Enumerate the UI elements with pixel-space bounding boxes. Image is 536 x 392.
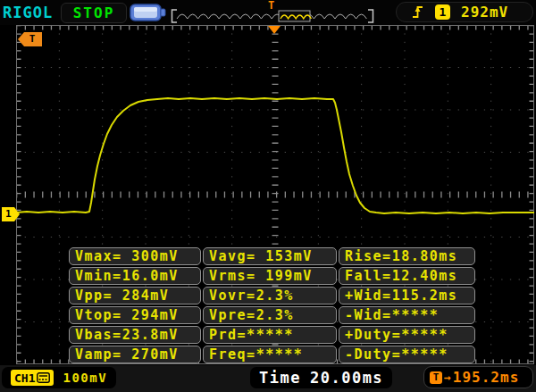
channel1-scale: 100mV [63,371,107,385]
measurement-row: Vtop= 294mV Vpre=2.3% -Wid=***** [69,306,475,324]
trigger-status: 1 292mV [396,2,533,22]
meas-prd: Prd=***** [203,326,337,344]
right-bracket-icon [368,10,373,22]
timebase-label: Time [259,369,301,387]
oscilloscope-screen: RIGOL STOP T 1 292mV [0,0,536,392]
trigger-source-badge: 1 [435,4,450,20]
channel1-label: CH1 [14,371,35,385]
meas-pwid: +Wid=115.2ms [339,287,475,304]
brand-logo: RIGOL [3,4,53,21]
horizontal-position-indicator: T [170,0,375,24]
meas-pduty: +Duty=***** [339,326,475,344]
meas-nwid: -Wid=***** [339,306,475,324]
meas-vovr: Vovr=2.3% [203,287,337,304]
top-status-bar: RIGOL STOP T 1 292mV [0,0,536,25]
run-state-badge: STOP [61,3,127,23]
timebase-value: 20.00ms [310,369,383,387]
bottom-status-bar: CH1 100mV Time 20.00ms T → 195.2ms [0,365,536,392]
trigger-level-value: 292mV [461,4,508,21]
meas-vamp: Vamp= 270mV [69,346,201,363]
measurement-row: Vamp= 270mV Freq=***** -Duty=***** [69,346,475,363]
meas-vpp: Vpp= 284mV [69,287,201,304]
meas-vbas: Vbas=23.8mV [69,326,201,344]
channel1-badge: CH1 [11,370,54,386]
rising-edge-icon [411,4,424,20]
meas-vrms: Vrms= 199mV [203,267,337,285]
meas-vmax: Vmax= 300mV [69,247,201,265]
memory-window-icon [170,0,375,24]
trigger-offset-value: 195.2ms [453,369,519,386]
trigger-position-marker [268,26,281,34]
ch1-trace [16,98,534,213]
meas-nduty: -Duty=***** [339,346,475,363]
battery-icon [129,3,166,22]
measurement-row: Vpp= 284mV Vovr=2.3% +Wid=115.2ms [69,287,475,304]
coupling-icon [37,372,50,383]
measurements-panel: Vmax= 300mV Vavg= 153mV Rise=18.80ms Vmi… [69,247,475,365]
meas-vmin: Vmin=16.0mV [69,267,201,285]
meas-rise: Rise=18.80ms [339,247,475,265]
measurement-row: Vbas=23.8mV Prd=***** +Duty=***** [69,326,475,344]
meas-vavg: Vavg= 153mV [203,247,337,265]
left-bracket-icon [172,10,178,22]
channel1-status: CH1 100mV [2,367,116,388]
measurement-row: Vmax= 300mV Vavg= 153mV Rise=18.80ms [69,247,475,265]
meas-freq: Freq=***** [203,346,337,363]
trigger-offset-status: T → 195.2ms [423,366,533,388]
timebase-status: Time 20.00ms [250,367,392,388]
measurement-row: Vmin=16.0mV Vrms= 199mV Fall=12.40ms [69,267,475,285]
meas-vpre: Vpre=2.3% [203,306,337,324]
meas-vtop: Vtop= 294mV [69,306,201,324]
arrow-right-icon: → [444,371,451,384]
trigger-offset-icon: T [430,371,442,384]
full-record-wave-icon [177,14,366,19]
meas-fall: Fall=12.40ms [339,267,475,285]
